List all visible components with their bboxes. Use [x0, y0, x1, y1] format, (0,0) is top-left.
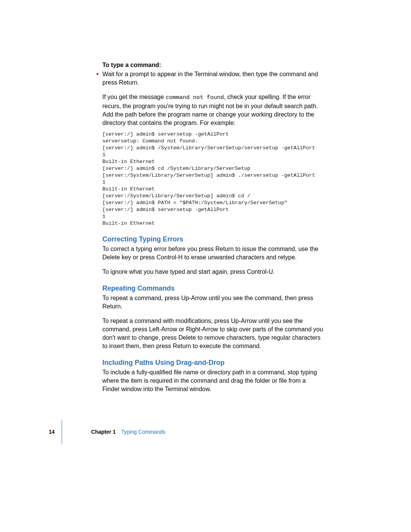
section-heading-repeating: Repeating Commands	[102, 284, 323, 292]
para-text-a: If you get the message	[102, 94, 166, 100]
procedure-heading: To type a command:	[102, 62, 323, 69]
paragraph: To correct a typing error before you pre…	[102, 245, 323, 262]
bullet-text: Wait for a prompt to appear in the Termi…	[102, 70, 323, 87]
chapter-title: Typing Commands	[121, 429, 166, 435]
bullet-item: • Wait for a prompt to appear in the Ter…	[96, 70, 323, 87]
paragraph: To include a fully-qualified file name o…	[102, 368, 323, 393]
chapter-label: Chapter 1	[91, 429, 116, 435]
paragraph: To repeat a command with modifications, …	[102, 317, 323, 350]
paragraph: To ignore what you have typed and start …	[102, 268, 323, 276]
paragraph: If you get the message command not found…	[102, 93, 323, 127]
paragraph: To repeat a command, press Up-Arrow unti…	[102, 294, 323, 311]
section-heading-correcting: Correcting Typing Errors	[102, 235, 323, 243]
footer-divider	[62, 420, 62, 444]
page-content: To type a command: • Wait for a prompt t…	[102, 62, 323, 393]
section-heading-including-paths: Including Paths Using Drag-and-Drop	[102, 359, 323, 367]
code-block: [server:/] admin$ serversetup -getAllPor…	[102, 131, 323, 227]
bullet-icon: •	[96, 70, 99, 78]
inline-code: command not found	[166, 94, 224, 101]
page-number: 14	[49, 429, 62, 435]
page-footer: 14 Chapter 1 Typing Commands	[49, 420, 166, 444]
